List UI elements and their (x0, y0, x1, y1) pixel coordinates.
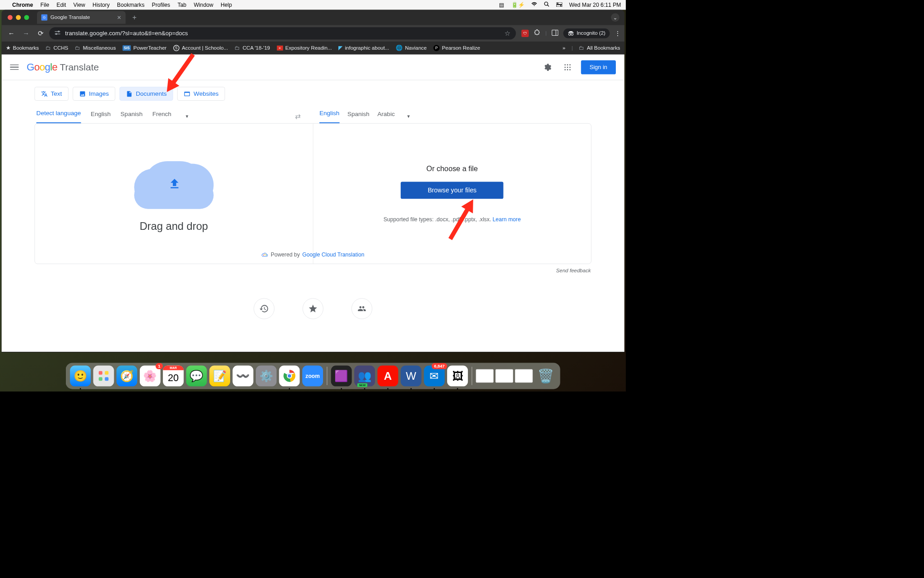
spotlight-icon[interactable] (544, 1, 550, 9)
powered-by: Powered by Google Cloud Translation (262, 252, 365, 258)
menubar-profiles[interactable]: Profiles (152, 2, 171, 8)
learn-more-link[interactable]: Learn more (493, 216, 521, 223)
dock-teams[interactable]: 👥NEW (354, 365, 375, 386)
menubar-clock[interactable]: Wed Mar 20 6:11 PM (569, 2, 621, 8)
incognito-indicator[interactable]: Incognito (2) (563, 28, 610, 38)
drag-drop-area[interactable]: Drag and drop (35, 124, 313, 264)
dock-launchpad[interactable] (93, 365, 114, 386)
extension-ublock-icon[interactable]: 🛡 (522, 30, 529, 37)
menubar-view[interactable]: View (74, 2, 85, 8)
menubar-edit[interactable]: Edit (56, 2, 66, 8)
target-lang-dropdown-icon[interactable]: ▼ (407, 114, 411, 119)
dock-word[interactable]: W (401, 365, 421, 386)
bookmark-expository[interactable]: ≡Expository Readin... (277, 45, 332, 51)
tab-documents[interactable]: Documents (120, 87, 173, 100)
extensions-icon[interactable] (534, 29, 541, 37)
google-apps-icon[interactable] (561, 61, 574, 74)
saved-star-icon[interactable] (303, 298, 323, 319)
bookmarks-overflow-button[interactable]: » (563, 45, 565, 51)
cloud-translation-link[interactable]: Google Cloud Translation (302, 252, 365, 258)
menubar-app[interactable]: Chrome (12, 2, 33, 8)
source-lang-detect[interactable]: Detect language (37, 110, 81, 123)
source-lang-french[interactable]: French (152, 110, 171, 123)
browser-tab[interactable]: G Google Translate ✕ (37, 11, 125, 23)
new-tab-button[interactable]: + (128, 13, 141, 22)
bookmarks-root[interactable]: ★Bookmarks (6, 45, 39, 51)
menubar-help[interactable]: Help (221, 2, 232, 8)
forward-button[interactable]: → (20, 27, 32, 39)
menubar-window[interactable]: Window (194, 2, 213, 8)
dock-minimized-window-2[interactable] (495, 369, 513, 383)
address-bar[interactable]: translate.google.com/?sl=auto&tl=en&op=d… (49, 27, 516, 39)
dock-acrobat[interactable]: A (378, 365, 398, 386)
browse-files-button[interactable]: Browse your files (401, 182, 504, 199)
dock-chrome[interactable] (279, 365, 300, 386)
menubar-history[interactable]: History (92, 2, 110, 8)
window-maximize-button[interactable] (24, 15, 29, 20)
chrome-menu-icon[interactable]: ⋮ (614, 30, 621, 37)
bookmark-naviance[interactable]: 🌐Naviance (396, 45, 426, 51)
all-bookmarks-button[interactable]: 🗀All Bookmarks (579, 45, 620, 51)
dock-settings[interactable]: ⚙️ (256, 365, 277, 386)
bookmark-folder-misc[interactable]: 🗀Miscellaneous (75, 45, 116, 51)
dock-photos[interactable]: 🌸1 (140, 365, 161, 386)
images-icon (79, 90, 86, 97)
tab-title: Google Translate (51, 14, 90, 21)
side-panel-icon[interactable] (551, 29, 558, 37)
bookmark-star-icon[interactable]: ☆ (504, 29, 511, 37)
reload-button[interactable]: ⟳ (35, 27, 47, 39)
dock-notes[interactable]: 📝 (209, 365, 230, 386)
target-lang-spanish[interactable]: Spanish (347, 110, 370, 123)
bookmark-folder-cchs[interactable]: 🗀CCHS (46, 45, 68, 51)
dock-zoom[interactable]: zoom (302, 365, 323, 386)
svg-rect-31 (99, 371, 102, 375)
tab-text[interactable]: Text (35, 87, 69, 100)
menubar-file[interactable]: File (40, 2, 49, 8)
bookmark-schoology[interactable]: SAccount | Schoolo... (173, 45, 228, 51)
bookmark-infographic[interactable]: ◤infographic about... (338, 45, 389, 51)
tab-images[interactable]: Images (73, 87, 116, 100)
bookmark-powerteacher[interactable]: SISPowerTeacher (123, 45, 167, 51)
dock-trash[interactable]: 🗑️ (535, 365, 556, 386)
bookmark-pearson[interactable]: PPearson Realize (434, 45, 480, 51)
tab-close-button[interactable]: ✕ (117, 14, 121, 21)
tab-websites[interactable]: Websites (177, 87, 225, 100)
community-icon[interactable] (351, 298, 372, 319)
source-lang-spanish[interactable]: Spanish (120, 110, 143, 123)
dock-safari[interactable]: 🧭 (116, 365, 137, 386)
target-lang-english[interactable]: English (319, 110, 339, 123)
bookmark-folder-cca[interactable]: 🗀CCA '18-'19 (235, 45, 270, 51)
target-lang-arabic[interactable]: Arabic (378, 110, 395, 123)
menubar-bookmarks[interactable]: Bookmarks (117, 2, 144, 8)
swap-languages-icon[interactable]: ⇄ (295, 112, 300, 121)
menubar-tab[interactable]: Tab (177, 2, 186, 8)
wifi-icon[interactable] (531, 2, 537, 8)
settings-gear-icon[interactable] (541, 61, 554, 74)
source-lang-dropdown-icon[interactable]: ▼ (185, 114, 189, 119)
menu-hamburger-icon[interactable] (10, 65, 18, 70)
svg-point-5 (560, 5, 562, 6)
dock-minimized-window-3[interactable] (515, 369, 532, 383)
dock-preview[interactable]: 🖼 (447, 365, 468, 386)
window-minimize-button[interactable] (16, 15, 21, 20)
dock-outlook[interactable]: ✉6,847 (424, 365, 445, 386)
dock-messages[interactable]: 💬 (186, 365, 207, 386)
control-center-icon[interactable] (556, 2, 563, 8)
sign-in-button[interactable]: Sign in (581, 60, 616, 74)
send-feedback-link[interactable]: Send feedback (1, 264, 624, 274)
dock-calendar[interactable]: MAR 20 (163, 365, 184, 386)
dock-app-unknown[interactable]: 🟪 (331, 365, 352, 386)
history-icon[interactable] (254, 298, 274, 319)
source-lang-english[interactable]: English (91, 110, 111, 123)
tabs-dropdown-button[interactable]: ⌄ (611, 13, 619, 22)
window-close-button[interactable] (8, 15, 13, 20)
battery-icon[interactable]: 🔋⚡ (511, 1, 525, 8)
dock-freeform[interactable]: 〰️ (233, 365, 254, 386)
bottom-actions (1, 298, 624, 319)
dock-minimized-window-1[interactable] (476, 369, 494, 383)
back-button[interactable]: ← (5, 27, 18, 39)
site-settings-icon[interactable] (55, 30, 61, 37)
google-translate-logo[interactable]: G o o g l e Translate (27, 61, 99, 73)
dock-finder[interactable]: 🙂 (70, 365, 91, 386)
menuextra-icon[interactable]: ▤ (499, 1, 504, 8)
